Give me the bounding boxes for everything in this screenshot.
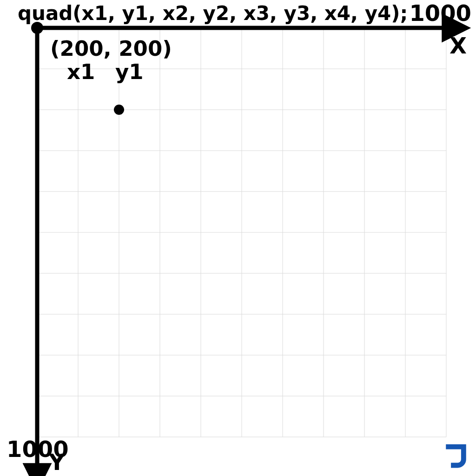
y-axis-max: 1000 xyxy=(7,439,22,459)
svg-point-25 xyxy=(114,105,124,115)
diagram-stage: quad(x1, y1, x2, y2, x3, y3, x4, y4); 10… xyxy=(0,0,476,476)
svg-point-26 xyxy=(451,453,454,456)
x-axis-label: X xyxy=(450,33,467,59)
point1-y1-label: y1 xyxy=(115,60,144,84)
code-title: quad(x1, y1, x2, y2, x3, y3, x4, y4); xyxy=(18,2,408,25)
x-axis-max: 1000 xyxy=(409,0,471,26)
point1-x1-label: x1 xyxy=(67,60,95,84)
svg-point-27 xyxy=(456,453,459,456)
logo-icon xyxy=(443,443,469,469)
point1-coords-label: (200, 200) xyxy=(50,36,172,61)
